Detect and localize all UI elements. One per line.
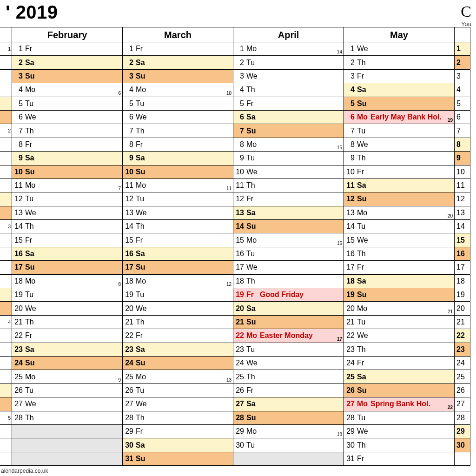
day-number: 27 — [233, 400, 245, 408]
day-of-week: Th — [245, 86, 259, 94]
day-of-week: Su — [135, 263, 149, 271]
day-number: 18 — [123, 277, 135, 285]
day-of-week: Sa — [356, 373, 370, 381]
day-of-week: We — [245, 168, 259, 176]
day-cell: 9Sa — [12, 152, 122, 165]
day-number: 15 — [344, 236, 356, 245]
day-cell-edge — [0, 438, 12, 452]
day-of-week: Fr — [135, 45, 149, 53]
day-number: 29 — [344, 427, 356, 436]
day-number: 10 — [233, 168, 245, 176]
day-cell: 14Th — [123, 220, 233, 233]
day-of-week: Mo — [135, 86, 149, 94]
day-cell: 20Sa — [233, 302, 344, 315]
day-cell: 18Th — [233, 275, 344, 288]
day-number: 19 — [344, 291, 356, 299]
day-of-week: We — [24, 209, 38, 217]
day-number: 7 — [12, 127, 24, 135]
day-cell: 16Tu — [233, 247, 344, 261]
day-cell: 9Th — [344, 152, 454, 165]
day-cell: 7Th — [12, 124, 122, 138]
month-header-apr: April — [233, 27, 344, 42]
day-cell — [12, 438, 122, 452]
day-number: 19 — [123, 291, 135, 299]
day-cell: 26Tu — [123, 384, 233, 397]
day-of-week: We — [135, 113, 149, 121]
day-number: 31 — [123, 455, 135, 463]
day-of-week: Su — [356, 386, 370, 395]
day-cell: 24Fr — [344, 357, 454, 370]
day-number: 14 — [123, 222, 135, 231]
day-number: 25 — [233, 373, 245, 381]
day-number: 17 — [12, 263, 24, 271]
day-of-week: We — [356, 140, 370, 149]
day-of-week: Mo — [135, 373, 149, 381]
day-of-week: Mo — [356, 209, 370, 217]
day-cell: 5Tu — [12, 97, 122, 111]
day-number: 17 — [233, 263, 245, 271]
day-of-week: Su — [24, 72, 38, 80]
day-of-week: Mo — [356, 304, 370, 313]
day-cell: 15Fr — [12, 233, 122, 247]
day-of-week: Fr — [245, 386, 259, 395]
day-cell-edge: 21 — [455, 316, 470, 329]
calendar-title: ' 2019 — [6, 2, 58, 23]
day-number: 2 — [123, 59, 135, 67]
day-cell: 3Su — [12, 70, 122, 83]
day-of-week: Fr — [24, 140, 38, 149]
col-june-edge: 1234567891011121314151617181920212223242… — [455, 27, 470, 466]
day-number: 8 — [344, 140, 356, 149]
day-number: 13 — [344, 209, 356, 217]
day-of-week: Mo — [245, 427, 259, 436]
day-cell: 17Fr — [344, 261, 454, 274]
day-of-week: Sa — [356, 86, 370, 94]
day-of-week: Su — [135, 359, 149, 367]
day-of-week: Mo — [356, 400, 370, 408]
day-number: 16 — [123, 250, 135, 258]
day-number: 28 — [12, 414, 24, 422]
day-number: 12 — [233, 195, 245, 203]
day-number: 23 — [12, 345, 24, 354]
day-number: 6 — [344, 113, 356, 121]
day-cell-edge: 4 — [0, 316, 12, 329]
day-number: 13 — [233, 209, 245, 217]
day-of-week: Sa — [24, 250, 38, 258]
day-number: 22 — [123, 331, 135, 340]
day-cell: 22Fr — [123, 329, 233, 343]
day-cell: 31Fr — [344, 452, 454, 466]
day-cell: 6We — [123, 111, 233, 124]
day-cell-edge: 4 — [455, 83, 470, 97]
day-of-week: Su — [24, 359, 38, 367]
day-number: 18 — [233, 277, 245, 285]
day-of-week: Su — [135, 455, 149, 463]
day-number: 4 — [12, 86, 24, 94]
day-of-week: Tu — [24, 291, 38, 299]
week-number: 14 — [337, 49, 342, 54]
day-number: 19 — [233, 291, 245, 299]
day-cell: 6Sa — [233, 111, 344, 124]
day-number: 2 — [12, 59, 24, 67]
day-cell-edge: 8 — [455, 138, 470, 152]
day-number: 29 — [123, 427, 135, 436]
day-number: 26 — [344, 386, 356, 395]
day-of-week: Mo — [245, 236, 259, 245]
day-of-week: Sa — [24, 345, 38, 354]
day-cell: 18Mo12 — [123, 275, 233, 288]
day-cell: 10We — [233, 165, 344, 179]
day-cell-edge — [0, 370, 12, 383]
day-number: 11 — [12, 181, 24, 190]
day-cell: 19Tu — [12, 288, 122, 302]
day-cell: 11Th — [233, 179, 344, 192]
day-of-week: Fr — [24, 45, 38, 53]
day-cell-edge — [0, 206, 12, 220]
day-number: 26 — [233, 386, 245, 395]
day-of-week: Tu — [245, 154, 259, 162]
day-cell: 2Th — [344, 56, 454, 69]
day-cell: 29Fr — [123, 425, 233, 438]
day-cell: 17We — [233, 261, 344, 274]
day-cell: 11Mo11 — [123, 179, 233, 192]
event-label: Easter Monday — [259, 331, 344, 340]
day-of-week: Su — [245, 414, 259, 422]
day-cell: 19Tu — [123, 288, 233, 302]
day-number: 8 — [233, 140, 245, 149]
